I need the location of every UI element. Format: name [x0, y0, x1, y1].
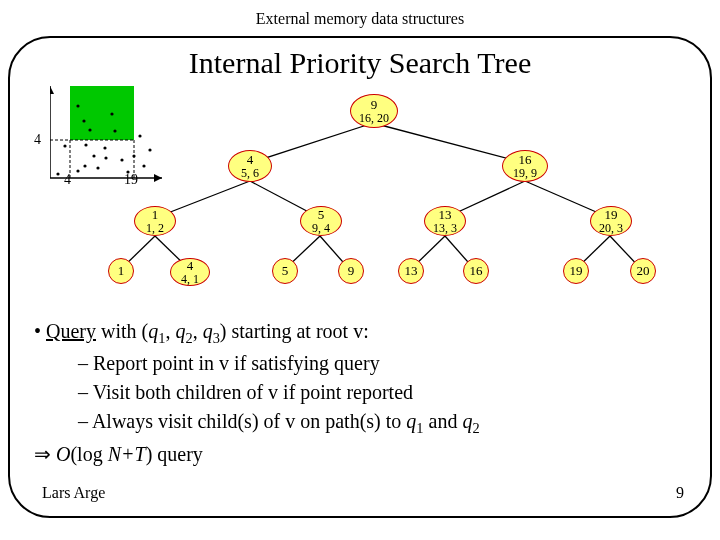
- bullet-query: • Query with (q1, q2, q3) starting at ro…: [34, 318, 694, 348]
- svg-line-29: [373, 123, 525, 163]
- tree-node-l9: 9: [338, 258, 364, 284]
- bullet-visit-path: – Always visit child(s) of v on path(s) …: [34, 408, 694, 438]
- tree-node-l20: 20: [630, 258, 656, 284]
- tree-node-n19: 1920, 3: [590, 206, 632, 236]
- bullet-visit-both: – Visit both children of v if point repo…: [34, 379, 694, 406]
- tree-node-n13: 1313, 3: [424, 206, 466, 236]
- tree-node-l1: 1: [108, 258, 134, 284]
- tree-node-n16: 1619, 9: [502, 150, 548, 182]
- footer-page-number: 9: [676, 484, 684, 502]
- tree-node-l16: 16: [463, 258, 489, 284]
- tree-node-l5: 5: [272, 258, 298, 284]
- tree-node-l13: 13: [398, 258, 424, 284]
- tree-node-n5: 59, 4: [300, 206, 342, 236]
- tree-diagram: 916, 2045, 61619, 911, 259, 41313, 31920…: [50, 88, 690, 298]
- slide-frame: Internal Priority Search Tree 4 4 19 916…: [8, 36, 712, 518]
- bullet-complexity: ⇒ O(log N+T) query: [34, 441, 694, 468]
- bullet-report: – Report point in v if satisfying query: [34, 350, 694, 377]
- chart-ylabel: 4: [34, 132, 41, 148]
- page-header: External memory data structures: [0, 0, 720, 32]
- tree-node-l4: 44, 1: [170, 258, 210, 286]
- tree-node-n4: 45, 6: [228, 150, 272, 182]
- tree-node-n1: 11, 2: [134, 206, 176, 236]
- footer-author: Lars Arge: [42, 484, 105, 502]
- tree-node-l19: 19: [563, 258, 589, 284]
- slide-title: Internal Priority Search Tree: [10, 46, 710, 80]
- tree-node-root: 916, 20: [350, 94, 398, 128]
- bullet-list: • Query with (q1, q2, q3) starting at ro…: [34, 316, 694, 470]
